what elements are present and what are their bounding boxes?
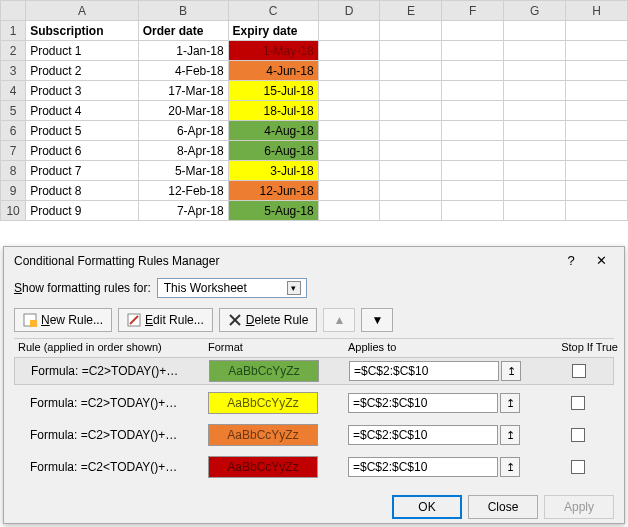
cell-A10[interactable]: Product 9 [26, 201, 138, 221]
cell-E9[interactable] [380, 181, 442, 201]
stop-if-true-checkbox[interactable] [572, 364, 586, 378]
stop-if-true-checkbox[interactable] [571, 428, 585, 442]
applies-to-input[interactable] [348, 457, 498, 477]
cell-H5[interactable] [566, 101, 628, 121]
row-header[interactable]: 2 [1, 41, 26, 61]
column-header-E[interactable]: E [380, 1, 442, 21]
cell-B4[interactable]: 17-Mar-18 [138, 81, 228, 101]
cell-F1[interactable] [442, 21, 504, 41]
cell-D9[interactable] [318, 181, 380, 201]
cell-H7[interactable] [566, 141, 628, 161]
cell-C8[interactable]: 3-Jul-18 [228, 161, 318, 181]
cell-G2[interactable] [504, 41, 566, 61]
column-header-A[interactable]: A [26, 1, 138, 21]
cell-C4[interactable]: 15-Jul-18 [228, 81, 318, 101]
cell-F9[interactable] [442, 181, 504, 201]
delete-rule-button[interactable]: Delete Rule [219, 308, 318, 332]
rule-row[interactable]: Formula: =C2>TODAY()+…AaBbCcYyZz↥ [14, 357, 614, 385]
cell-A6[interactable]: Product 5 [26, 121, 138, 141]
cell-D8[interactable] [318, 161, 380, 181]
cell-C10[interactable]: 5-Aug-18 [228, 201, 318, 221]
dialog-help-button[interactable]: ? [556, 253, 586, 268]
cell-C9[interactable]: 12-Jun-18 [228, 181, 318, 201]
select-all-corner[interactable] [1, 1, 26, 21]
cell-D2[interactable] [318, 41, 380, 61]
cell-B2[interactable]: 1-Jan-18 [138, 41, 228, 61]
cell-D7[interactable] [318, 141, 380, 161]
cell-G7[interactable] [504, 141, 566, 161]
cell-C7[interactable]: 6-Aug-18 [228, 141, 318, 161]
range-picker-icon[interactable]: ↥ [500, 457, 520, 477]
cell-G5[interactable] [504, 101, 566, 121]
row-header[interactable]: 9 [1, 181, 26, 201]
dialog-close-button[interactable]: ✕ [586, 253, 616, 268]
cell-B10[interactable]: 7-Apr-18 [138, 201, 228, 221]
cell-B9[interactable]: 12-Feb-18 [138, 181, 228, 201]
cell-A3[interactable]: Product 2 [26, 61, 138, 81]
cell-C2[interactable]: 1-May-18 [228, 41, 318, 61]
cell-F3[interactable] [442, 61, 504, 81]
cell-A2[interactable]: Product 1 [26, 41, 138, 61]
cell-E6[interactable] [380, 121, 442, 141]
cell-H8[interactable] [566, 161, 628, 181]
cell-H2[interactable] [566, 41, 628, 61]
cell-B6[interactable]: 6-Apr-18 [138, 121, 228, 141]
cell-E1[interactable] [380, 21, 442, 41]
new-rule-button[interactable]: New Rule... [14, 308, 112, 332]
cell-A8[interactable]: Product 7 [26, 161, 138, 181]
cell-C6[interactable]: 4-Aug-18 [228, 121, 318, 141]
row-header[interactable]: 7 [1, 141, 26, 161]
cell-E7[interactable] [380, 141, 442, 161]
range-picker-icon[interactable]: ↥ [501, 361, 521, 381]
stop-if-true-checkbox[interactable] [571, 460, 585, 474]
column-header-C[interactable]: C [228, 1, 318, 21]
cell-B7[interactable]: 8-Apr-18 [138, 141, 228, 161]
scope-select[interactable]: This Worksheet ▾ [157, 278, 307, 298]
cell-D6[interactable] [318, 121, 380, 141]
cell-H1[interactable] [566, 21, 628, 41]
column-header-F[interactable]: F [442, 1, 504, 21]
cell-G1[interactable] [504, 21, 566, 41]
column-header-H[interactable]: H [566, 1, 628, 21]
move-up-button[interactable]: ▲ [323, 308, 355, 332]
cell-D3[interactable] [318, 61, 380, 81]
cell-G8[interactable] [504, 161, 566, 181]
cell-A1[interactable]: Subscription [26, 21, 138, 41]
spreadsheet-grid[interactable]: ABCDEFGH 1SubscriptionOrder dateExpiry d… [0, 0, 628, 221]
cell-F7[interactable] [442, 141, 504, 161]
cell-G3[interactable] [504, 61, 566, 81]
close-button[interactable]: Close [468, 495, 538, 519]
edit-rule-button[interactable]: Edit Rule... [118, 308, 213, 332]
cell-A9[interactable]: Product 8 [26, 181, 138, 201]
cell-A5[interactable]: Product 4 [26, 101, 138, 121]
cell-E4[interactable] [380, 81, 442, 101]
row-header[interactable]: 10 [1, 201, 26, 221]
cell-E10[interactable] [380, 201, 442, 221]
cell-F5[interactable] [442, 101, 504, 121]
row-header[interactable]: 8 [1, 161, 26, 181]
cell-D5[interactable] [318, 101, 380, 121]
cell-E3[interactable] [380, 61, 442, 81]
cell-D4[interactable] [318, 81, 380, 101]
cell-A7[interactable]: Product 6 [26, 141, 138, 161]
cell-B5[interactable]: 20-Mar-18 [138, 101, 228, 121]
cell-C1[interactable]: Expiry date [228, 21, 318, 41]
cell-B8[interactable]: 5-Mar-18 [138, 161, 228, 181]
cell-H9[interactable] [566, 181, 628, 201]
cell-H10[interactable] [566, 201, 628, 221]
row-header[interactable]: 4 [1, 81, 26, 101]
rule-row[interactable]: Formula: =C2<TODAY()+…AaBbCcYyZz↥ [14, 453, 614, 481]
move-down-button[interactable]: ▼ [361, 308, 393, 332]
cell-G4[interactable] [504, 81, 566, 101]
column-header-D[interactable]: D [318, 1, 380, 21]
cell-A4[interactable]: Product 3 [26, 81, 138, 101]
cell-F2[interactable] [442, 41, 504, 61]
column-header-G[interactable]: G [504, 1, 566, 21]
cell-E8[interactable] [380, 161, 442, 181]
cell-G6[interactable] [504, 121, 566, 141]
applies-to-input[interactable] [348, 425, 498, 445]
stop-if-true-checkbox[interactable] [571, 396, 585, 410]
applies-to-input[interactable] [349, 361, 499, 381]
cell-B3[interactable]: 4-Feb-18 [138, 61, 228, 81]
applies-to-input[interactable] [348, 393, 498, 413]
